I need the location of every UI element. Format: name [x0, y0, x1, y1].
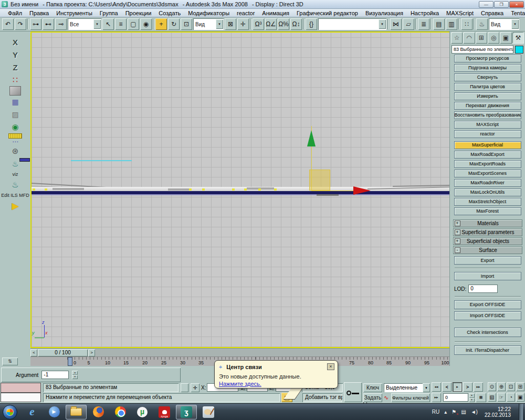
utility-maxsuperficial[interactable]: MaxSuperficial [454, 141, 521, 149]
menu-graph-editors[interactable]: Графический редактор [293, 10, 362, 16]
taskbar-firefox[interactable] [88, 405, 109, 419]
taskbar-chrome[interactable] [110, 405, 131, 419]
zoom-icon[interactable]: ⊙ [488, 382, 496, 391]
object-color-swatch[interactable] [515, 46, 523, 54]
teapot-icon[interactable]: ♨ [12, 178, 18, 191]
building-icon[interactable]: ▦ [12, 96, 18, 108]
select-and-link-icon[interactable]: ⊶ ▼ [30, 18, 41, 30]
viewport[interactable]: z y x [30, 32, 450, 348]
close-button[interactable]: × [509, 1, 524, 8]
select-and-rotate-icon[interactable]: ↻ ▼ [168, 18, 180, 30]
utility-maxlockonutils[interactable]: MaxLockOnUtils [454, 188, 521, 196]
balloon-link[interactable]: Нажмите здесь. [219, 381, 333, 387]
named-selection-sets-icon[interactable]: {} ▼ [306, 18, 317, 30]
go-to-end-button[interactable]: ▸▸ [474, 382, 483, 392]
mini-curve-editor-button[interactable]: ⇅ [2, 358, 18, 365]
menu-help[interactable]: Справка [477, 10, 507, 16]
time-slider-next-button[interactable]: > [88, 349, 95, 356]
x-axis-button[interactable]: X [13, 36, 18, 48]
utility-motion-capture[interactable]: Перехват движения [454, 102, 521, 110]
menu-maxscript[interactable]: MAXScript [443, 10, 477, 16]
select-and-move-icon[interactable]: + ▼ [155, 18, 167, 30]
previous-frame-button[interactable]: ◂| [442, 382, 452, 392]
utility-camera-match[interactable]: Подгонка камеры [454, 64, 521, 72]
dropdown-arrow-icon[interactable]: ▼ [423, 383, 430, 392]
spinner-snap-icon[interactable]: Ω↕ ▼ [290, 18, 302, 30]
zoom-extents-icon[interactable]: ⊡ [507, 382, 515, 391]
taskbar-explorer[interactable] [66, 405, 87, 419]
check-intersections-button[interactable]: Check intersections [454, 328, 521, 337]
measure-icon[interactable]: ◉ [12, 121, 18, 133]
rollout-expand-icon[interactable]: - [455, 247, 460, 253]
menu-edit[interactable]: Правка [26, 10, 52, 16]
go-to-start-button[interactable]: ◂◂ [432, 382, 441, 392]
menu-create[interactable]: Создать [155, 10, 184, 16]
material-editor-icon[interactable]: ∷ ▼ [461, 18, 472, 30]
percent-snap-icon[interactable]: Ω% ▼ [278, 18, 289, 30]
zoom-extents-all-icon[interactable]: ⊕ [497, 382, 506, 391]
rollout-expand-icon[interactable]: + [455, 220, 460, 226]
gizmo-plane-handle[interactable] [309, 170, 330, 191]
gizmo-x-arrow[interactable] [353, 186, 371, 195]
rollout-superficial-objects[interactable]: + Superficial objects [453, 237, 522, 245]
set-button[interactable]: Задать [363, 393, 382, 402]
current-frame-field[interactable]: 0 [443, 393, 468, 402]
action-center-icon[interactable]: ⚑× [452, 409, 456, 415]
utility-maxroadexport[interactable]: MaxRoadExport [454, 151, 521, 159]
taskbar-wmp[interactable]: ▶ [44, 405, 65, 419]
utility-asset-browser[interactable]: Просмотр ресурсов [454, 55, 521, 62]
rollout-materials[interactable]: + Materials [453, 219, 522, 227]
schematic-view-icon[interactable]: ▥ ▼ [446, 18, 457, 30]
zoom-all-icon[interactable]: ⊞ [516, 382, 524, 391]
utility-maxexportroads[interactable]: MaxExportRoads [454, 160, 521, 168]
time-configuration-button[interactable]: ▦ [476, 393, 486, 402]
menu-views[interactable]: Проекции [122, 10, 155, 16]
region-zoom-icon[interactable]: ▧ [488, 393, 496, 402]
graph-editors-icon[interactable]: ▤ ▼ [433, 18, 445, 30]
add-time-tag-field[interactable]: Добавить тэг вре [302, 393, 342, 402]
utility-measure[interactable]: Измерить [454, 92, 521, 100]
pan-icon[interactable]: ☞ [497, 393, 506, 402]
key-mode-toggle[interactable]: ▸▸ [432, 393, 441, 402]
menu-rendering[interactable]: Визуализация [362, 10, 407, 16]
selection-filter-dropdown[interactable]: Все ▼ [68, 18, 101, 30]
menu-customize[interactable]: Настройка [407, 10, 443, 16]
menu-animation[interactable]: Анимация [258, 10, 293, 16]
network-icon[interactable]: ▤ [461, 409, 466, 415]
utility-maxscript[interactable]: MAXScript [454, 121, 521, 129]
next-frame-button[interactable]: |▸ [463, 382, 472, 392]
import-button[interactable]: Import [454, 272, 521, 280]
gizmo-z-arrow[interactable] [307, 130, 316, 146]
tab-create[interactable]: ☆ [451, 32, 463, 44]
taskbar-paint[interactable] [198, 405, 219, 419]
taskbar-zynga[interactable]: zynga [154, 405, 175, 419]
selection-lock-button[interactable] [181, 383, 188, 392]
tab-modify[interactable]: ◠ [463, 32, 475, 44]
utility-maxstretchobject[interactable]: MaxStretchObject [454, 198, 521, 206]
rollout-superficial-parameters[interactable]: + Superficial parameters [453, 228, 522, 236]
selected-spline[interactable] [71, 160, 132, 161]
bind-to-space-warp-icon[interactable]: ⊸ ▼ [55, 18, 67, 30]
argument-spinner[interactable]: ▴▾ [72, 371, 78, 379]
tab-motion[interactable]: ◎ [488, 32, 499, 44]
taskbar-clock[interactable]: 12:22 22.02.2013 [485, 406, 511, 418]
utility-collapse[interactable]: Свернуть [454, 74, 521, 81]
rollout-expand-icon[interactable]: + [455, 229, 460, 235]
color-balls-icon[interactable]: ∷ [13, 74, 18, 86]
z-axis-button[interactable]: Z [13, 61, 17, 74]
start-button[interactable] [3, 405, 17, 419]
rect-selection-region-icon[interactable]: ▢ ▼ [128, 18, 139, 30]
key-filters-button[interactable]: Фильтры ключей [391, 393, 430, 402]
maxscript-mini-listener-white[interactable] [1, 393, 41, 402]
menu-file[interactable]: Файл [4, 10, 26, 16]
time-slider-prev-button[interactable]: < [30, 349, 37, 356]
language-indicator[interactable]: RU [432, 409, 439, 415]
export-button[interactable]: Export [454, 256, 521, 265]
stamp-icon[interactable]: ▨ [12, 108, 18, 121]
render-type-dropdown[interactable]: Вид ▼ [489, 18, 519, 30]
render-setup-icon[interactable]: ♨ ▼ [476, 18, 488, 30]
layer-manager-icon[interactable]: ≣ ▼ [418, 18, 429, 30]
tab-display[interactable]: ▣ [500, 32, 511, 44]
volume-icon[interactable]: ◄) [471, 409, 478, 415]
menu-modifiers[interactable]: Модификаторы [184, 10, 233, 16]
